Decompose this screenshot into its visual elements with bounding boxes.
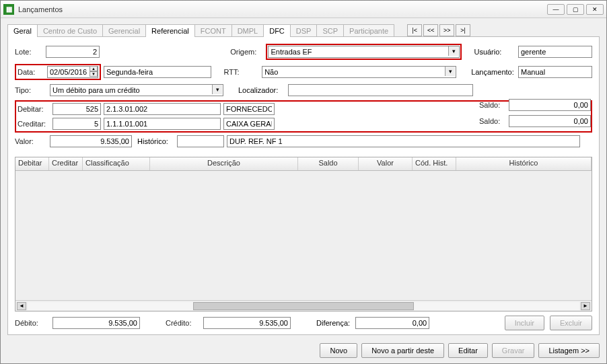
usuario-input[interactable] bbox=[518, 46, 592, 58]
scroll-thumb[interactable] bbox=[193, 302, 414, 310]
saldo-deb-label: Saldo: bbox=[479, 101, 506, 109]
tab-participante[interactable]: Participante bbox=[343, 24, 394, 37]
lancamento-label: Lançamento: bbox=[471, 68, 515, 76]
diferenca-value bbox=[355, 317, 429, 329]
col-creditar[interactable]: Creditar bbox=[49, 157, 83, 170]
debitar-account[interactable] bbox=[104, 103, 221, 115]
rtt-label: RTT: bbox=[223, 68, 259, 76]
tab-strip: Geral Centro de Custo Gerencial Referenc… bbox=[7, 24, 600, 36]
historico-text[interactable] bbox=[227, 135, 580, 147]
rtt-select[interactable] bbox=[262, 66, 456, 78]
col-historico[interactable]: Histórico bbox=[456, 157, 592, 170]
app-icon: ▦ bbox=[3, 4, 14, 15]
diferenca-label: Diferença: bbox=[316, 319, 350, 327]
tab-dfc[interactable]: DFC bbox=[263, 24, 291, 37]
tab-dmpl[interactable]: DMPL bbox=[231, 24, 264, 37]
window-title: Lançamentos bbox=[18, 5, 547, 13]
entries-grid[interactable]: Debitar Creditar Classificação Descrição… bbox=[15, 157, 592, 312]
col-descricao[interactable]: Descrição bbox=[150, 157, 298, 170]
tab-centro-custo[interactable]: Centro de Custo bbox=[37, 24, 103, 37]
saldo-cred-label: Saldo: bbox=[479, 117, 506, 125]
data-dayname bbox=[104, 66, 211, 78]
localizador-label: Localizador: bbox=[238, 86, 285, 94]
tipo-select[interactable] bbox=[50, 84, 223, 96]
lote-label: Lote: bbox=[15, 48, 43, 56]
tipo-label: Tipo: bbox=[15, 86, 47, 94]
grid-body[interactable] bbox=[15, 171, 592, 300]
debito-label: Débito: bbox=[15, 319, 47, 327]
lancamento-input[interactable] bbox=[518, 66, 592, 78]
excluir-button[interactable]: Excluir bbox=[550, 316, 592, 330]
col-debitar[interactable]: Debitar bbox=[15, 157, 49, 170]
novo-apartir-button[interactable]: Novo a partir deste bbox=[361, 343, 444, 358]
saldo-deb-value bbox=[509, 99, 591, 111]
titlebar: ▦ Lançamentos — ▢ ✕ bbox=[1, 1, 606, 18]
tab-dsp[interactable]: DSP bbox=[290, 24, 318, 37]
tab-geral[interactable]: Geral bbox=[7, 24, 38, 37]
editar-button[interactable]: Editar bbox=[448, 343, 488, 358]
col-classificacao[interactable]: Classificação bbox=[83, 157, 150, 170]
historico-label: Histórico: bbox=[137, 137, 174, 145]
debito-value bbox=[52, 317, 140, 329]
footer-buttons: Novo Novo a partir deste Editar Gravar L… bbox=[1, 339, 606, 363]
creditar-account[interactable] bbox=[104, 118, 221, 130]
listagem-button[interactable]: Listagem >> bbox=[538, 343, 600, 358]
minimize-button[interactable]: — bbox=[547, 4, 565, 15]
grid-hscroll[interactable]: ◄ ► bbox=[15, 300, 592, 311]
lote-input[interactable] bbox=[46, 46, 100, 58]
historico-code[interactable] bbox=[177, 135, 224, 147]
creditar-name[interactable] bbox=[223, 118, 275, 130]
grid-header: Debitar Creditar Classificação Descrição… bbox=[15, 157, 592, 171]
col-codhist[interactable]: Cód. Hist. bbox=[413, 157, 456, 170]
novo-button[interactable]: Novo bbox=[320, 343, 357, 358]
nav-last[interactable]: >| bbox=[456, 24, 470, 36]
saldo-cred-value bbox=[509, 115, 591, 127]
tab-fcont[interactable]: FCONT bbox=[194, 24, 232, 37]
nav-prev[interactable]: << bbox=[423, 24, 438, 36]
nav-next[interactable]: >> bbox=[439, 24, 454, 36]
scroll-track[interactable] bbox=[28, 302, 579, 310]
debitar-label: Debitar: bbox=[17, 105, 50, 113]
tab-referencial[interactable]: Referencial bbox=[145, 24, 195, 37]
tab-gerencial[interactable]: Gerencial bbox=[102, 24, 146, 37]
gravar-button[interactable]: Gravar bbox=[492, 343, 535, 358]
debitar-name[interactable] bbox=[223, 103, 275, 115]
origem-label: Origem: bbox=[230, 48, 263, 56]
creditar-code[interactable] bbox=[52, 118, 101, 130]
credito-label: Crédito: bbox=[166, 319, 198, 327]
date-spin-down[interactable]: ▼ bbox=[90, 71, 98, 77]
col-saldo[interactable]: Saldo bbox=[298, 157, 359, 170]
tab-panel-geral: Lote: Origem: Usuário: Data: ▲ bbox=[7, 36, 600, 335]
creditar-label: Creditar: bbox=[17, 120, 50, 128]
valor-label: Valor: bbox=[15, 137, 47, 145]
usuario-label: Usuário: bbox=[474, 48, 515, 56]
close-button[interactable]: ✕ bbox=[586, 4, 604, 15]
data-label: Data: bbox=[17, 68, 44, 76]
nav-first[interactable]: |< bbox=[407, 24, 422, 36]
window: ▦ Lançamentos — ▢ ✕ Geral Centro de Cust… bbox=[0, 0, 607, 364]
date-spin-up[interactable]: ▲ bbox=[90, 66, 98, 71]
localizador-input[interactable] bbox=[288, 84, 473, 96]
origem-select[interactable] bbox=[268, 46, 460, 58]
valor-input[interactable] bbox=[50, 135, 132, 147]
scroll-left[interactable]: ◄ bbox=[17, 302, 26, 310]
debitar-code[interactable] bbox=[52, 103, 101, 115]
credito-value bbox=[203, 317, 291, 329]
scroll-right[interactable]: ► bbox=[581, 302, 590, 310]
incluir-button[interactable]: Incluir bbox=[505, 316, 544, 330]
tab-scp[interactable]: SCP bbox=[316, 24, 344, 37]
maximize-button[interactable]: ▢ bbox=[567, 4, 584, 15]
col-valor[interactable]: Valor bbox=[359, 157, 413, 170]
